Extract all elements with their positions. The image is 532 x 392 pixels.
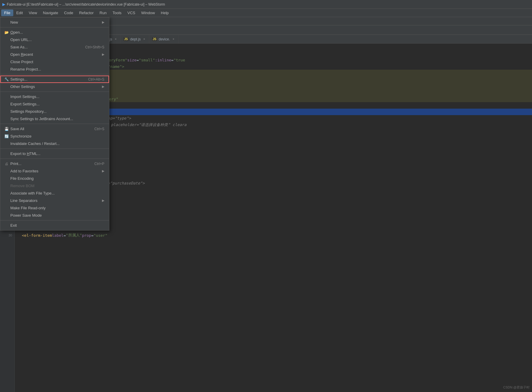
menu-item-save-all[interactable]: 💾 Save All Ctrl+S [0,125,109,133]
tab-close-btn-5[interactable]: × [172,37,175,41]
menu-item-export-settings[interactable]: Export Settings... [0,100,109,108]
menu-item-save-all-label: Save All [10,127,24,131]
menu-item-exit[interactable]: Exit [0,222,109,229]
menu-item-sync-jetbrains-label: Sync Settings to JetBrains Account... [10,117,73,121]
favorites-arrow: ▶ [102,169,104,173]
menu-item-export-settings-label: Export Settings... [10,102,40,106]
separator-1 [0,27,109,27]
menu-item-exit-label: Exit [10,223,17,228]
menu-item-close-project[interactable]: Close Project [0,58,109,66]
menu-item-save-as-label: Save As... [10,45,28,49]
menu-item-new[interactable]: New ▶ [0,19,109,26]
tab-label-4: dept.js [130,37,141,41]
menu-item-synchronize[interactable]: 🔄 Synchronize [0,133,109,140]
separator-7 [0,220,109,220]
menu-item-invalidate-caches[interactable]: Invalidate Caches / Restart... [0,140,109,147]
js-file-icon-2: JS [124,37,128,41]
menu-item-open-url[interactable]: Open URL... [0,36,109,43]
menu-navigate[interactable]: Navigate [40,9,61,16]
menu-item-open[interactable]: 📂 Open... [0,29,109,36]
menu-refactor[interactable]: Refactor [76,9,97,16]
menu-item-synchronize-label: Synchronize [10,134,32,138]
tab-close-btn-3[interactable]: × [114,37,117,41]
menu-item-power-save-label: Power Save Mode [10,213,42,218]
separator-3 [0,92,109,92]
menu-item-invalidate-caches-label: Invalidate Caches / Restart... [10,141,60,146]
menu-item-import-settings[interactable]: Import Settings... [0,93,109,100]
line-30: 30 [0,232,14,239]
other-settings-arrow: ▶ [102,85,104,89]
menu-tools[interactable]: Tools [110,9,124,16]
menu-item-print[interactable]: 🖨 Print... Ctrl+P [0,160,109,167]
menu-item-export-html[interactable]: Export to HTML... [0,150,109,157]
menu-item-add-favorites[interactable]: Add to Favorites ▶ [0,167,109,175]
menu-window[interactable]: Window [138,9,158,16]
menu-edit[interactable]: Edit [13,9,26,16]
sync-icon: 🔄 [4,134,9,138]
menu-item-associate-file-type-label: Associate with File Type... [10,191,55,195]
menu-item-sync-jetbrains[interactable]: Sync Settings to JetBrains Account... [0,115,109,122]
tab-label-5: device. [159,37,170,41]
menu-item-add-favorites-label: Add to Favorites [10,169,38,173]
menu-code[interactable]: Code [61,9,76,16]
title-bar-text: Fabricate-ui [E:\test\Fabricate-ui] – ..… [7,2,165,6]
menu-item-settings-repo-label: Settings Repository... [10,109,47,114]
menu-item-close-project-label: Close Project [10,60,33,64]
menu-item-export-html-label: Export to HTML... [10,151,40,156]
tab-dept-js[interactable]: JS dept.js × [121,35,149,43]
menu-item-new-label: New [10,20,18,24]
line-sep-arrow: ▶ [102,199,104,202]
save-all-shortcut: Ctrl+S [94,127,104,131]
js-file-icon-3: JS [152,37,157,41]
separator-6 [0,159,109,159]
menu-item-open-recent[interactable]: Open Recent ▶ [0,51,109,58]
separator-2 [0,74,109,74]
menu-item-line-separators-label: Line Separators [10,198,38,203]
menu-item-open-recent-label: Open Recent [10,52,33,57]
menu-item-file-encoding[interactable]: File Encoding [0,175,109,182]
title-bar: ▶ Fabricate-ui [E:\test\Fabricate-ui] – … [0,0,532,9]
menu-item-other-settings-label: Other Settings [10,84,35,89]
print-icon: 🖨 [4,162,9,166]
print-shortcut: Ctrl+P [94,162,104,166]
menu-item-line-separators[interactable]: Line Separators ▶ [0,197,109,204]
menu-item-save-as[interactable]: Save As... Ctrl+Shift+S [0,43,109,51]
menu-view[interactable]: View [26,9,40,16]
open-recent-arrow: ▶ [102,53,104,56]
tab-close-btn-4[interactable]: × [142,37,146,41]
menu-item-import-settings-label: Import Settings... [10,94,39,99]
settings-shortcut: Ctrl+Alt+S [88,77,104,81]
settings-icon: 🔧 [4,77,9,81]
menu-item-make-readonly[interactable]: Make File Read-only [0,204,109,212]
separator-4 [0,124,109,124]
menu-item-remove-bom-label: Remove BOM [10,184,35,188]
menu-run[interactable]: Run [97,9,110,16]
file-menu-dropdown: New ▶ 📂 Open... Open URL... Save As... C… [0,17,109,231]
menu-vcs[interactable]: VCS [124,9,138,16]
menu-item-make-readonly-label: Make File Read-only [10,206,46,210]
menu-bar: File Edit View Navigate Code Refactor Ru… [0,9,532,17]
menu-help[interactable]: Help [158,9,172,16]
menu-item-associate-file-type[interactable]: Associate with File Type... [0,190,109,197]
menu-item-settings-repo[interactable]: Settings Repository... [0,108,109,115]
menu-item-remove-bom: Remove BOM [0,182,109,190]
menu-item-open-url-label: Open URL... [10,37,32,42]
csdn-watermark: CSDN @君孩子时 [503,385,530,390]
tab-device-js[interactable]: JS device. × [149,35,179,43]
menu-file[interactable]: File [1,9,13,16]
separator-5 [0,148,109,149]
menu-item-rename-label: Rename Project... [10,67,41,71]
open-icon: 📂 [4,30,9,35]
menu-item-power-save[interactable]: Power Save Mode [0,212,109,219]
menu-item-rename[interactable]: Rename Project... [0,66,109,73]
menu-item-open-label: Open... [10,30,23,35]
menu-item-file-encoding-label: File Encoding [10,176,34,181]
code-line-30: <el-form-item label = "所属人" prop = "user… [15,232,532,239]
save-as-shortcut: Ctrl+Shift+S [85,45,104,49]
menu-item-settings[interactable]: 🔧 Settings... Ctrl+Alt+S [0,76,109,83]
app-icon: ▶ [2,2,5,6]
menu-item-other-settings[interactable]: Other Settings ▶ [0,83,109,90]
save-all-icon: 💾 [4,127,9,131]
new-arrow-icon: ▶ [102,20,104,24]
menu-item-settings-label: Settings... [10,77,27,81]
